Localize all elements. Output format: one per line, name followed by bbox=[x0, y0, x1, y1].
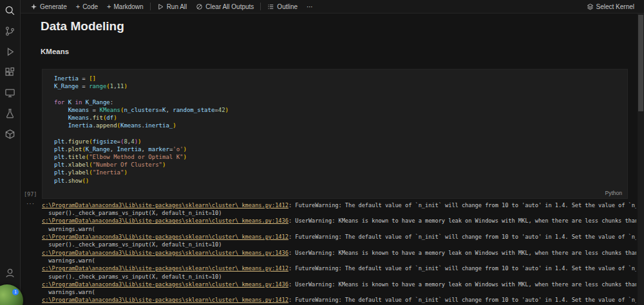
activity-bar: 1 bbox=[0, 0, 21, 305]
generate-button[interactable]: Generate bbox=[26, 0, 71, 14]
output-warning-text: : UserWarning: KMeans is known to have a… bbox=[289, 250, 636, 256]
output-file-link[interactable]: c:\ProgramData\anaconda3\Lib\site-packag… bbox=[42, 217, 289, 224]
outline-button[interactable]: Outline bbox=[263, 0, 302, 14]
output-line: c:\ProgramData\anaconda3\Lib\site-packag… bbox=[42, 233, 636, 241]
add-code-label: Code bbox=[82, 3, 98, 10]
output-line: c:\ProgramData\anaconda3\Lib\site-packag… bbox=[42, 201, 636, 209]
output-line: super()._check_params_vs_input(X, defaul… bbox=[42, 273, 636, 281]
output-warning-text: : FutureWarning: The default value of `n… bbox=[289, 265, 636, 272]
notebook-toolbar: Generate + Code + Markdown Run All Clear… bbox=[21, 0, 644, 14]
cell-status-bar: Python bbox=[42, 189, 628, 199]
clear-all-outputs-button[interactable]: Clear All Outputs bbox=[191, 0, 258, 14]
output-line: warnings.warn( bbox=[42, 257, 636, 264]
output-line: c:\ProgramData\anaconda3\Lib\site-packag… bbox=[42, 296, 636, 304]
output-line: super()._check_params_vs_input(X, defaul… bbox=[42, 241, 636, 248]
kernel-icon bbox=[587, 3, 594, 10]
code-line: plt.xlabel("Number Of Clusters") bbox=[54, 161, 622, 169]
output-file-link[interactable]: c:\ProgramData\anaconda3\Lib\site-packag… bbox=[42, 297, 289, 303]
search-icon bbox=[5, 5, 15, 16]
sidebar-item-source-control[interactable] bbox=[0, 21, 21, 41]
code-line: K_Range = range(1,11) bbox=[54, 82, 622, 90]
output-more-actions[interactable]: ··· bbox=[26, 200, 35, 207]
code-line: plt.title("Elbow Method or Optimal K") bbox=[54, 153, 622, 161]
source-control-icon bbox=[5, 26, 15, 37]
run-all-icon bbox=[157, 3, 164, 10]
output-file-link[interactable]: c:\ProgramData\anaconda3\Lib\site-packag… bbox=[42, 234, 289, 240]
beaker-icon bbox=[5, 108, 15, 119]
plus-icon: + bbox=[107, 3, 111, 10]
output-line: warnings.warn( bbox=[42, 288, 636, 296]
code-line: plt.ylabel("Inertia") bbox=[54, 169, 622, 176]
add-markdown-cell-button[interactable]: + Markdown bbox=[102, 0, 148, 14]
outline-icon bbox=[267, 3, 274, 10]
run-all-button[interactable]: Run All bbox=[153, 0, 192, 14]
plus-icon: + bbox=[76, 3, 80, 10]
output-warning-text: : FutureWarning: The default value of `n… bbox=[289, 202, 636, 208]
markdown-title: Data Modeling bbox=[41, 19, 638, 33]
remote-explorer-icon bbox=[5, 88, 15, 98]
sparkle-icon bbox=[30, 3, 37, 10]
code-line bbox=[54, 90, 622, 98]
run-debug-icon bbox=[5, 46, 15, 57]
code-line: Inertia.append(Kmeans.inertia_) bbox=[54, 122, 622, 129]
account-button[interactable] bbox=[0, 263, 21, 283]
notebook-content: Data Modeling KMeans Inertia = []K_Range… bbox=[21, 14, 638, 305]
output-warning-text: : FutureWarning: The default value of `n… bbox=[289, 297, 636, 303]
code-line: for K in K_Range: bbox=[54, 98, 622, 106]
output-line: c:\ProgramData\anaconda3\Lib\site-packag… bbox=[42, 281, 636, 288]
code-editor[interactable]: Inertia = []K_Range = range(1,11) for K … bbox=[42, 69, 628, 189]
outline-label: Outline bbox=[277, 3, 298, 10]
toolbar-separator bbox=[260, 3, 261, 10]
extensions-icon bbox=[5, 67, 15, 78]
output-warning-text: : UserWarning: KMeans is known to have a… bbox=[289, 217, 636, 224]
toolbar-separator bbox=[150, 3, 151, 10]
sidebar-item-search[interactable] bbox=[0, 0, 21, 21]
output-file-link[interactable]: c:\ProgramData\anaconda3\Lib\site-packag… bbox=[42, 202, 289, 208]
vertical-scrollbar bbox=[638, 14, 644, 305]
code-line: plt.plot(K_Range, Inertia, marker='o') bbox=[54, 145, 622, 153]
output-line: c:\ProgramData\anaconda3\Lib\site-packag… bbox=[42, 217, 636, 225]
output-line: c:\ProgramData\anaconda3\Lib\site-packag… bbox=[42, 264, 636, 272]
code-line: Kmeans = KMeans(n_clusters=K, random_sta… bbox=[54, 106, 622, 114]
execution-count: [97] bbox=[24, 191, 37, 198]
notification-badge: 1 bbox=[12, 289, 19, 295]
sidebar-item-extensions[interactable] bbox=[0, 62, 21, 82]
code-line: Inertia = [] bbox=[54, 75, 622, 82]
cell-outputs: ··· c:\ProgramData\anaconda3\Lib\site-pa… bbox=[42, 201, 636, 304]
output-warning-text: : FutureWarning: The default value of `n… bbox=[289, 234, 636, 240]
output-warning-text: : UserWarning: KMeans is known to have a… bbox=[289, 281, 636, 288]
sidebar-item-packages[interactable] bbox=[0, 124, 21, 144]
account-icon bbox=[5, 268, 15, 279]
code-line: Kmeans.fit(df) bbox=[54, 114, 622, 122]
code-cell[interactable]: Inertia = []K_Range = range(1,11) for K … bbox=[42, 69, 628, 199]
add-markdown-label: Markdown bbox=[113, 3, 143, 10]
generate-label: Generate bbox=[40, 3, 67, 10]
select-kernel-label: Select Kernel bbox=[596, 3, 634, 10]
toolbar-more-actions[interactable]: ⋯ bbox=[302, 0, 318, 14]
package-cube-icon bbox=[5, 129, 15, 140]
cell-language-label[interactable]: Python bbox=[605, 190, 622, 196]
code-line bbox=[54, 129, 622, 137]
run-all-label: Run All bbox=[167, 3, 187, 10]
scrollbar-thumb[interactable] bbox=[638, 15, 643, 111]
output-line: c:\ProgramData\anaconda3\Lib\site-packag… bbox=[42, 249, 636, 257]
sidebar-item-remote-explorer[interactable] bbox=[0, 82, 21, 103]
clear-outputs-label: Clear All Outputs bbox=[205, 3, 254, 10]
output-file-link[interactable]: c:\ProgramData\anaconda3\Lib\site-packag… bbox=[42, 265, 289, 272]
code-line: plt.show() bbox=[54, 177, 622, 185]
markdown-section-heading: KMeans bbox=[41, 48, 638, 56]
sidebar-item-testing[interactable] bbox=[0, 103, 21, 124]
select-kernel-button[interactable]: Select Kernel bbox=[582, 0, 639, 14]
output-line: warnings.warn( bbox=[42, 225, 636, 233]
output-line: super()._check_params_vs_input(X, defaul… bbox=[42, 209, 636, 217]
clear-all-icon bbox=[196, 3, 203, 10]
add-code-cell-button[interactable]: + Code bbox=[71, 0, 102, 14]
code-line: plt.figure(figsize=(8,4)) bbox=[54, 138, 622, 145]
output-file-link[interactable]: c:\ProgramData\anaconda3\Lib\site-packag… bbox=[42, 250, 289, 256]
sidebar-item-run-debug[interactable] bbox=[0, 41, 21, 62]
output-file-link[interactable]: c:\ProgramData\anaconda3\Lib\site-packag… bbox=[42, 281, 289, 288]
